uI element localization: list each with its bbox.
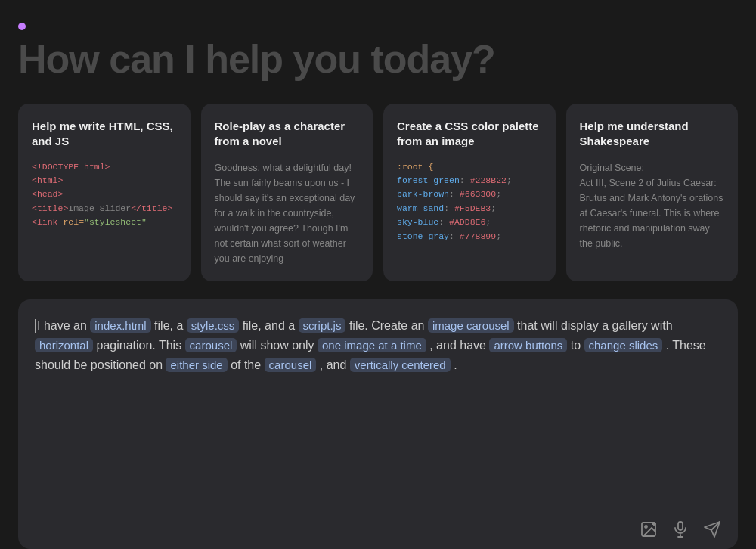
card-title-4: Help me understand Shakespeare	[580, 119, 725, 150]
input-toolbar	[35, 513, 721, 538]
card-title-2: Role-play as a character from a novel	[215, 119, 360, 150]
cards-row: Help me write HTML, CSS, and JS <!DOCTYP…	[18, 104, 738, 281]
highlight-horizontal: horizontal	[35, 338, 93, 352]
card-content-4: Original Scene: Act III, Scene 2 of Juli…	[580, 160, 725, 251]
highlight-script-js: script.js	[299, 318, 346, 333]
input-text[interactable]: I have an index.html file, a style.css f…	[35, 316, 721, 513]
highlight-arrow-buttons: arrow buttons	[489, 338, 567, 352]
card-html-css-js[interactable]: Help me write HTML, CSS, and JS <!DOCTYP…	[18, 104, 191, 281]
cursor	[35, 319, 36, 333]
highlight-style-css: style.css	[187, 318, 240, 333]
highlight-change-slides: change slides	[584, 338, 663, 352]
card-shakespeare[interactable]: Help me understand Shakespeare Original …	[566, 104, 739, 281]
highlight-carousel-2: carousel	[185, 338, 237, 352]
card-title-3: Create a CSS color palette from an image	[397, 119, 542, 150]
card-content-1: <!DOCTYPE html> <html> <head> <title>Ima…	[32, 160, 177, 230]
card-title-1: Help me write HTML, CSS, and JS	[32, 119, 177, 150]
page-wrapper: How can I help you today? Help me write …	[0, 0, 756, 549]
logo-dot	[18, 23, 26, 30]
highlight-index-html: index.html	[90, 318, 150, 333]
card-content-2: Goodness, what a delightful day! The sun…	[215, 160, 360, 266]
highlight-vertically-centered: vertically centered	[350, 358, 451, 372]
svg-rect-4	[678, 522, 683, 530]
image-upload-icon[interactable]	[640, 520, 658, 538]
card-css-palette[interactable]: Create a CSS color palette from an image…	[383, 104, 556, 281]
main-heading: How can I help you today?	[18, 38, 738, 81]
microphone-icon[interactable]	[671, 520, 689, 538]
svg-point-1	[645, 526, 647, 528]
highlight-carousel-3: carousel	[265, 358, 317, 372]
header-section: How can I help you today?	[18, 15, 738, 104]
highlight-image-carousel: image carousel	[428, 318, 514, 333]
highlight-one-image: one image at a time	[318, 338, 426, 352]
highlight-either-side: either side	[166, 358, 227, 372]
send-icon[interactable]	[703, 520, 721, 538]
card-roleplay[interactable]: Role-play as a character from a novel Go…	[201, 104, 373, 281]
card-content-3: :root { forest-green: #228B22; bark-brow…	[397, 160, 542, 243]
input-area[interactable]: I have an index.html file, a style.css f…	[18, 299, 738, 549]
